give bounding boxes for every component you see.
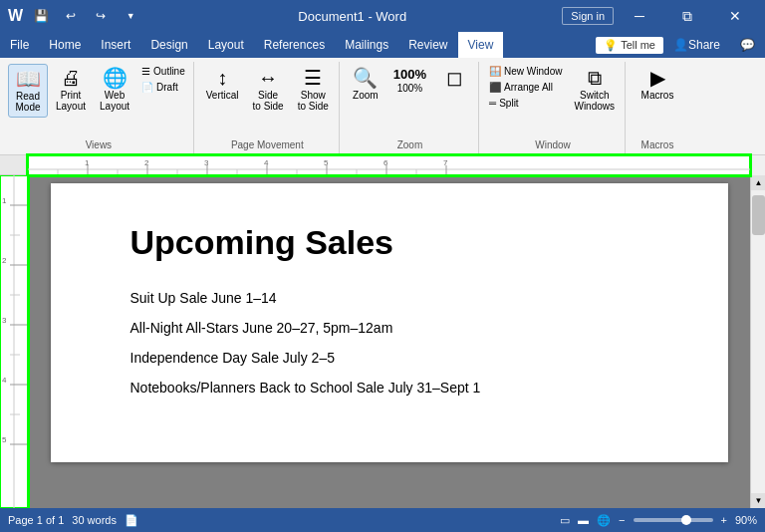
scroll-down-button[interactable]: ▼ — [751, 493, 765, 508]
tell-me-button[interactable]: 💡 Tell me — [596, 37, 663, 54]
share-button[interactable]: 👤 Share — [663, 32, 730, 58]
side-to-side-button[interactable]: ↔ Sideto Side — [247, 64, 290, 116]
svg-text:2: 2 — [2, 256, 7, 265]
zoom-plus-button[interactable]: + — [721, 514, 727, 526]
view-mode-read-icon[interactable]: ▬ — [578, 514, 589, 526]
document-page: Upcoming Sales Suit Up Sale June 1–14 Al… — [51, 183, 728, 462]
svg-text:3: 3 — [204, 158, 209, 167]
ribbon: 📖 ReadMode 🖨 PrintLayout 🌐 WebLayout ☰ O… — [0, 58, 765, 155]
svg-text:1: 1 — [2, 196, 7, 205]
ribbon-zoom-buttons: 🔍 Zoom 100% 100% ◻ — [346, 64, 474, 139]
menu-mailings[interactable]: Mailings — [335, 32, 398, 58]
menu-file[interactable]: File — [0, 32, 39, 58]
zoom-100-icon: 100% — [393, 68, 426, 81]
close-button[interactable]: ✕ — [713, 2, 757, 30]
print-layout-button[interactable]: 🖨 PrintLayout — [50, 64, 92, 116]
menu-insert[interactable]: Insert — [91, 32, 140, 58]
arrange-all-button[interactable]: ⬛ Arrange All — [485, 80, 566, 95]
sign-in-button[interactable]: Sign in — [562, 7, 614, 25]
save-button[interactable]: 💾 — [29, 4, 53, 28]
vertical-icon: ↕ — [217, 68, 227, 88]
split-icon: ═ — [489, 98, 496, 109]
outline-button[interactable]: ☰ Outline — [137, 64, 189, 79]
read-mode-icon: 📖 — [16, 69, 41, 89]
restore-button[interactable]: ⧉ — [665, 2, 709, 30]
scroll-thumb[interactable] — [752, 195, 765, 235]
page-info: Page 1 of 1 — [8, 514, 64, 526]
document-scroll-area[interactable]: Upcoming Sales Suit Up Sale June 1–14 Al… — [28, 175, 750, 508]
status-left: Page 1 of 1 30 words 📄 — [8, 514, 138, 527]
window-label: Window — [535, 139, 571, 152]
web-layout-button[interactable]: 🌐 WebLayout — [94, 64, 135, 116]
vertical-scrollbar[interactable]: ▲ ▼ — [750, 175, 765, 508]
comments-button[interactable]: 💬 — [730, 32, 765, 58]
horizontal-ruler: 1 2 3 4 5 6 7 — [28, 155, 750, 175]
draft-icon: 📄 — [141, 82, 153, 93]
ribbon-views-buttons: 📖 ReadMode 🖨 PrintLayout 🌐 WebLayout ☰ O… — [8, 64, 189, 139]
arrange-all-icon: ⬛ — [489, 82, 501, 93]
window-sub-group: 🪟 New Window ⬛ Arrange All ═ Split — [485, 64, 566, 111]
scroll-up-button[interactable]: ▲ — [751, 175, 765, 190]
zoom-minus-button[interactable]: − — [619, 514, 625, 526]
scroll-track[interactable] — [751, 190, 765, 493]
print-layout-icon: 🖨 — [61, 68, 81, 88]
show-button[interactable]: ☰ Showto Side — [292, 64, 335, 116]
title-bar-left: W 💾 ↩ ↪ ▼ — [8, 4, 142, 28]
menu-layout[interactable]: Layout — [198, 32, 254, 58]
zoom-label: Zoom — [397, 139, 423, 152]
proofing-icon: 📄 — [125, 514, 138, 527]
ribbon-group-macros: ▶ Macros Macros — [628, 62, 687, 154]
svg-text:4: 4 — [264, 158, 269, 167]
svg-text:6: 6 — [383, 158, 388, 167]
menu-review[interactable]: Review — [398, 32, 457, 58]
svg-text:5: 5 — [324, 158, 329, 167]
ribbon-group-views: 📖 ReadMode 🖨 PrintLayout 🌐 WebLayout ☰ O… — [4, 62, 194, 154]
macros-icon: ▶ — [650, 68, 665, 88]
zoom-slider[interactable] — [634, 518, 713, 522]
qat-dropdown[interactable]: ▼ — [119, 4, 142, 28]
doc-line-3: Independence Day Sale July 2–5 — [130, 350, 648, 366]
zoom-button[interactable]: 🔍 Zoom — [346, 64, 385, 105]
doc-line-1: Suit Up Sale June 1–14 — [130, 290, 648, 306]
page-movement-label: Page Movement — [231, 139, 304, 152]
split-button[interactable]: ═ Split — [485, 96, 566, 111]
ruler-corner — [0, 155, 28, 175]
zoom-fit-button[interactable]: ◻ — [434, 64, 474, 94]
zoom-100-button[interactable]: 100% 100% — [387, 64, 432, 98]
title-text: Document1 - Word — [298, 9, 406, 24]
view-mode-normal-icon[interactable]: ▭ — [560, 514, 570, 527]
draft-button[interactable]: 📄 Draft — [137, 80, 189, 95]
word-count: 30 words — [72, 514, 117, 526]
ribbon-movement-buttons: ↕ Vertical ↔ Sideto Side ☰ Showto Side — [200, 64, 335, 139]
menu-design[interactable]: Design — [140, 32, 197, 58]
macros-button[interactable]: ▶ Macros — [636, 64, 680, 105]
show-icon: ☰ — [304, 68, 322, 88]
zoom-icon: 🔍 — [353, 68, 378, 88]
view-mode-web-icon[interactable]: 🌐 — [597, 514, 611, 527]
menu-view[interactable]: View — [458, 32, 504, 58]
zoom-thumb[interactable] — [681, 515, 691, 525]
switch-windows-button[interactable]: ⧉ SwitchWindows — [568, 64, 621, 116]
ribbon-group-window: 🪟 New Window ⬛ Arrange All ═ Split ⧉ Swi… — [481, 62, 626, 154]
svg-text:3: 3 — [2, 316, 7, 325]
web-layout-icon: 🌐 — [103, 68, 128, 88]
new-window-button[interactable]: 🪟 New Window — [485, 64, 566, 79]
svg-text:1: 1 — [85, 158, 90, 167]
menu-home[interactable]: Home — [39, 32, 91, 58]
title-bar-right: Sign in ─ ⧉ ✕ — [562, 2, 757, 30]
menu-bar: File Home Insert Design Layout Reference… — [0, 32, 765, 58]
views-label: Views — [86, 139, 113, 152]
share-icon: 👤 — [673, 38, 688, 52]
switch-windows-icon: ⧉ — [588, 68, 602, 88]
read-mode-button[interactable]: 📖 ReadMode — [8, 64, 48, 118]
undo-button[interactable]: ↩ — [59, 4, 83, 28]
menu-references[interactable]: References — [254, 32, 335, 58]
word-logo-icon: W — [8, 7, 23, 25]
doc-line-2: All-Night All-Stars June 20–27, 5pm–12am — [130, 320, 648, 336]
side-to-side-icon: ↔ — [258, 68, 278, 88]
redo-button[interactable]: ↪ — [89, 4, 113, 28]
document-title: Document1 - Word — [142, 9, 562, 24]
macros-label: Macros — [641, 139, 674, 152]
minimize-button[interactable]: ─ — [618, 2, 661, 30]
vertical-button[interactable]: ↕ Vertical — [200, 64, 245, 105]
